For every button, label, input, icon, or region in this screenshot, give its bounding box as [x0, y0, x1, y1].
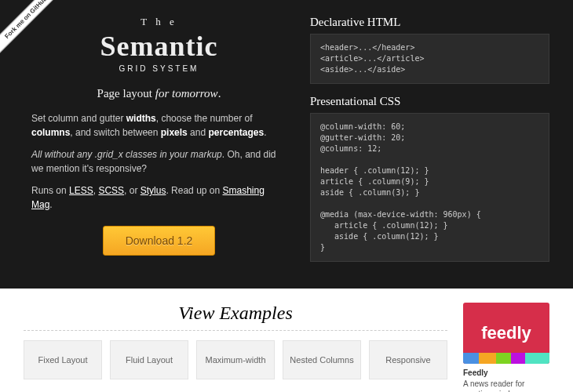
hero-right: Declarative HTML <header>...</header> <a… [310, 16, 549, 273]
example-nested-columns[interactable]: Nested Columns [283, 340, 361, 379]
ad-block: feedly Feedly A news reader for creative… [463, 303, 549, 392]
examples-section: View Examples Fixed Layout Fluid Layout … [0, 289, 573, 392]
html-block-title: Declarative HTML [310, 16, 549, 29]
desc-runs-on: Runs on LESS, SCSS, or Stylus. Read up o… [31, 183, 286, 212]
html-code: <header>...</header> <article>...</artic… [310, 34, 549, 84]
hero-left: T h e Semantic GRID SYSTEM Page layout f… [31, 16, 286, 273]
ad-desc: A news reader for creative minds [463, 379, 549, 392]
examples-grid: Fixed Layout Fluid Layout Maximum-width … [24, 340, 447, 379]
desc-widths: Set column and gutter widths, choose the… [31, 111, 286, 140]
logo-subtitle: GRID SYSTEM [31, 64, 286, 73]
download-button[interactable]: Download 1.2 [103, 226, 216, 256]
example-fluid-layout[interactable]: Fluid Layout [110, 340, 188, 379]
examples-title: View Examples [24, 303, 447, 331]
logo-overline: T h e [31, 16, 286, 28]
example-fixed-layout[interactable]: Fixed Layout [24, 340, 102, 379]
scss-link[interactable]: SCSS [98, 185, 124, 196]
example-maximum-width[interactable]: Maximum-width [196, 340, 275, 379]
css-code: @column-width: 60; @gutter-width: 20; @c… [310, 113, 549, 262]
ad-title: Feedly [463, 368, 549, 377]
tagline: Page layout for tomorrow. [31, 87, 286, 100]
ad-image[interactable]: feedly [463, 303, 549, 364]
example-responsive[interactable]: Responsive [369, 340, 447, 379]
hero-section: Fork me on GitHub T h e Semantic GRID SY… [0, 0, 573, 289]
logo-title: Semantic [31, 30, 286, 63]
stylus-link[interactable]: Stylus [141, 185, 166, 196]
css-block-title: Presentational CSS [310, 95, 549, 108]
less-link[interactable]: LESS [69, 185, 93, 196]
desc-markup: All without any .grid_x classes in your … [31, 147, 286, 176]
